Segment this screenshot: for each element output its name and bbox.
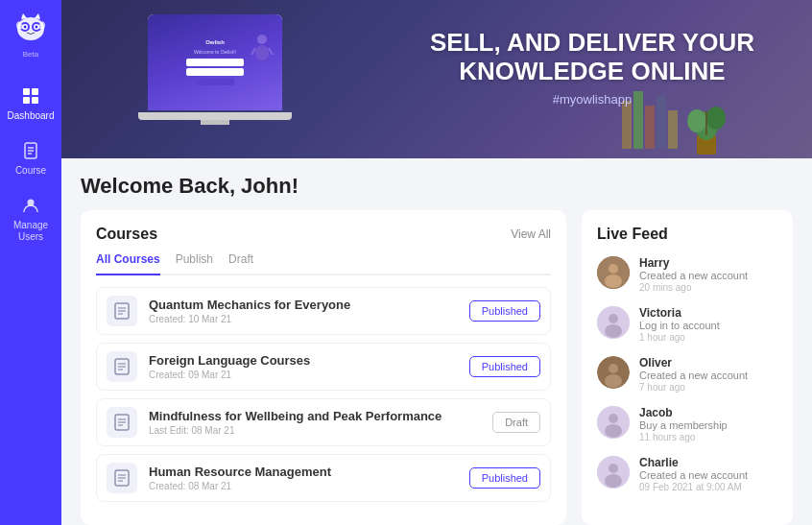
course-meta: Created: 09 Mar 21 — [149, 370, 458, 380]
logo — [12, 12, 50, 46]
course-name: Human Resource Management — [149, 465, 458, 479]
courses-title: Courses — [96, 226, 157, 243]
avatar — [597, 456, 630, 489]
feed-info: Charlie Created a new account 09 Feb 202… — [639, 456, 777, 492]
course-status-badge[interactable]: Published — [469, 300, 540, 322]
list-item: Charlie Created a new account 09 Feb 202… — [597, 456, 777, 492]
person-icon — [20, 195, 41, 216]
svg-point-46 — [605, 324, 622, 338]
feed-info: Oliver Created a new account 7 hour ago — [639, 356, 777, 393]
feed-action: Log in to account — [639, 320, 777, 331]
svg-rect-9 — [23, 97, 30, 104]
course-name: Foreign Language Courses — [149, 353, 458, 368]
list-item: Harry Created a new account 20 mins ago — [597, 256, 777, 293]
tab-draft[interactable]: Draft — [228, 252, 253, 275]
course-info: Mindfulness for Wellbeing and Peak Perfo… — [149, 409, 481, 436]
sidebar-item-manage-users[interactable]: Manage Users — [0, 185, 61, 252]
feed-action: Buy a membership — [639, 419, 777, 431]
welcome-title: Welcome Back, John! — [81, 174, 793, 199]
course-icon — [107, 407, 137, 438]
svg-line-18 — [251, 48, 255, 55]
feed-list: Harry Created a new account 20 mins ago — [597, 256, 777, 492]
table-row: Quantum Mechanics for Everyone Created: … — [96, 287, 551, 335]
feed-info: Jacob Buy a membership 11 hours ago — [639, 406, 777, 442]
course-name: Quantum Mechanics for Everyone — [149, 298, 458, 312]
split-layout: Courses View All All Courses Publish Dra… — [81, 210, 793, 525]
feed-name: Charlie — [639, 456, 777, 469]
sidebar-item-dashboard[interactable]: Dashboard — [0, 76, 61, 131]
svg-point-54 — [609, 464, 618, 473]
svg-point-52 — [605, 424, 622, 438]
feed-action: Created a new account — [639, 469, 777, 481]
course-meta: Last Edit: 08 Mar 21 — [149, 425, 481, 436]
course-status-badge[interactable]: Published — [469, 356, 540, 377]
beta-label: Beta — [23, 50, 38, 59]
live-feed-title: Live Feed — [597, 226, 777, 243]
feed-time: 09 Feb 2021 at 9:00 AM — [639, 482, 777, 492]
sidebar-item-label: Manage Users — [0, 220, 61, 243]
tab-all-courses[interactable]: All Courses — [96, 252, 160, 275]
sidebar-item-label: Course — [15, 165, 46, 176]
hero-banner: Owlish Welcome to Owlish! — [61, 0, 812, 158]
feed-action: Created a new account — [639, 370, 777, 381]
course-meta: Created: 10 Mar 21 — [149, 314, 458, 324]
courses-tabs: All Courses Publish Draft — [96, 252, 551, 275]
course-status-badge[interactable]: Published — [469, 467, 540, 489]
feed-time: 7 hour ago — [639, 382, 777, 393]
svg-point-43 — [605, 274, 622, 288]
feed-time: 11 hours ago — [639, 432, 777, 442]
view-all-link[interactable]: View All — [511, 227, 551, 241]
svg-line-19 — [269, 48, 273, 55]
course-info: Foreign Language Courses Created: 09 Mar… — [149, 353, 458, 380]
svg-rect-7 — [23, 88, 30, 95]
hero-text: SELL, AND DELIVER YOUR KNOWLEDGE ONLINE … — [430, 29, 754, 107]
list-item: Oliver Created a new account 7 hour ago — [597, 356, 777, 393]
hero-hashtag: #myowlishapp — [430, 92, 754, 107]
course-icon — [107, 296, 137, 326]
avatar — [597, 356, 630, 389]
svg-point-42 — [609, 264, 618, 274]
feed-name: Jacob — [639, 406, 777, 419]
feed-time: 1 hour ago — [639, 332, 777, 343]
course-status-badge[interactable]: Draft — [492, 412, 540, 433]
feed-time: 20 mins ago — [639, 282, 777, 293]
live-feed-panel: Live Feed Harry Cre — [582, 210, 793, 525]
course-info: Quantum Mechanics for Everyone Created: … — [149, 298, 458, 324]
svg-point-23 — [706, 107, 726, 130]
feed-name: Harry — [639, 256, 777, 270]
svg-point-45 — [609, 314, 618, 323]
feed-info: Harry Created a new account 20 mins ago — [639, 256, 777, 293]
svg-rect-8 — [32, 88, 38, 95]
sidebar-item-course[interactable]: Course — [0, 131, 61, 185]
feed-name: Victoria — [639, 306, 777, 320]
course-name: Mindfulness for Wellbeing and Peak Perfo… — [149, 409, 481, 423]
tab-publish[interactable]: Publish — [176, 252, 213, 275]
main-content: Owlish Welcome to Owlish! — [61, 0, 812, 525]
svg-point-48 — [609, 364, 618, 373]
table-row: Human Resource Management Created: 08 Ma… — [96, 454, 551, 502]
course-meta: Created: 08 Mar 21 — [149, 481, 458, 491]
content-area: Welcome Back, John! Courses View All All… — [61, 158, 812, 525]
course-icon — [107, 351, 137, 382]
course-list: Quantum Mechanics for Everyone Created: … — [96, 287, 551, 502]
svg-rect-10 — [32, 97, 38, 104]
feed-name: Oliver — [639, 356, 777, 370]
document-icon — [20, 140, 41, 161]
feed-info: Victoria Log in to account 1 hour ago — [639, 306, 777, 343]
avatar — [597, 256, 630, 289]
laptop-illustration: Owlish Welcome to Owlish! — [138, 10, 292, 134]
courses-header: Courses View All — [96, 226, 551, 243]
svg-point-22 — [687, 109, 706, 132]
courses-panel: Courses View All All Courses Publish Dra… — [81, 210, 566, 525]
screen-title: Owlish — [186, 39, 244, 45]
course-info: Human Resource Management Created: 08 Ma… — [149, 465, 458, 491]
table-row: Foreign Language Courses Created: 09 Mar… — [96, 343, 551, 391]
list-item: Victoria Log in to account 1 hour ago — [597, 306, 777, 343]
svg-point-51 — [609, 414, 618, 423]
svg-point-55 — [605, 474, 622, 488]
table-row: Mindfulness for Wellbeing and Peak Perfo… — [96, 398, 551, 446]
grid-icon — [20, 85, 41, 107]
svg-point-17 — [255, 45, 269, 60]
svg-point-16 — [257, 35, 267, 44]
hero-headline: SELL, AND DELIVER YOUR KNOWLEDGE ONLINE — [430, 29, 754, 86]
